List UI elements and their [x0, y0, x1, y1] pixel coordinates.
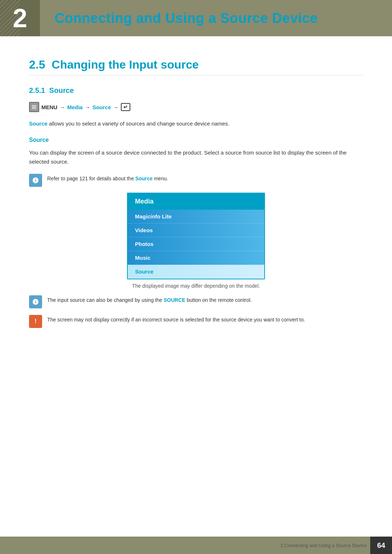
media-menu-title: Media [128, 193, 264, 210]
svg-point-4 [34, 107, 35, 108]
note1-text: Refer to page 121 for details about the … [47, 173, 168, 182]
section-heading: 2.5 Changing the Input source [29, 58, 363, 75]
chapter-header: 2 Connecting and Using a Source Device [0, 0, 392, 36]
note1-row: Refer to page 121 for details about the … [29, 173, 363, 187]
note3-text: The screen may not display correctly if … [47, 314, 305, 324]
page-number: 64 [370, 537, 392, 554]
arrow2: → [85, 104, 90, 110]
description-text: allows you to select a variety of source… [49, 120, 229, 127]
menu-item1: Media [67, 104, 83, 110]
main-content: 2.5 Changing the Input source 2.5.1 Sour… [0, 58, 392, 363]
svg-point-5 [35, 107, 36, 108]
note-info-icon [29, 174, 42, 187]
subsection-heading: 2.5.1 Source [29, 86, 363, 95]
menu-item-photos: Photos [128, 237, 264, 251]
arrow1: → [60, 104, 65, 110]
note2-text: The input source can also be changed by … [47, 295, 252, 304]
svg-point-3 [32, 107, 33, 108]
note2-row: The input source can also be changed by … [29, 295, 363, 308]
note-info-icon-2 [29, 295, 42, 308]
subsection-title: Source [49, 86, 74, 94]
note-warning-icon: ! [29, 315, 42, 328]
enter-icon: ↵ [121, 103, 130, 111]
svg-point-6 [32, 108, 33, 109]
main-description: Source allows you to select a variety of… [29, 119, 363, 128]
source-keyword-desc: Source [29, 120, 48, 127]
chapter-title: Connecting and Using a Source Device [54, 11, 318, 26]
svg-point-7 [34, 108, 35, 109]
note3-row: ! The screen may not display correctly i… [29, 314, 363, 328]
menu-label: MENU [41, 104, 57, 110]
sub-subheading-source: Source [29, 137, 363, 143]
menu-item-music: Music [128, 251, 264, 265]
menu-item-source: Source [128, 265, 264, 279]
svg-point-8 [35, 108, 36, 109]
subsection-number: 2.5.1 [29, 86, 45, 94]
menu-path: MENU → Media → Source → ↵ [29, 102, 363, 112]
svg-text:!: ! [34, 318, 36, 324]
screenshot-container: Media Magicinfo Lite Videos Photos Music… [29, 193, 363, 289]
section-number: 2.5 [29, 58, 45, 71]
section-title: Changing the Input source [52, 58, 199, 71]
chapter-title-area: Connecting and Using a Source Device [40, 0, 332, 36]
menu-item-magicinfo: Magicinfo Lite [128, 210, 264, 223]
menu-icon [29, 102, 39, 112]
menu-item-videos: Videos [128, 223, 264, 237]
arrow3: → [113, 104, 119, 110]
svg-point-2 [35, 105, 36, 106]
media-menu: Media Magicinfo Lite Videos Photos Music… [127, 193, 265, 279]
body-text: You can display the screen of a source d… [29, 148, 363, 167]
menu-item2: Source [93, 104, 111, 110]
svg-point-1 [34, 105, 35, 106]
screenshot-caption: The displayed image may differ depending… [132, 283, 260, 289]
page-footer: 2 Connecting and Using a Source Device 6… [0, 537, 392, 554]
footer-text: 2 Connecting and Using a Source Device [280, 543, 367, 548]
svg-point-0 [32, 105, 33, 106]
chapter-number-box: 2 [0, 0, 40, 36]
chapter-number: 2 [13, 5, 27, 31]
